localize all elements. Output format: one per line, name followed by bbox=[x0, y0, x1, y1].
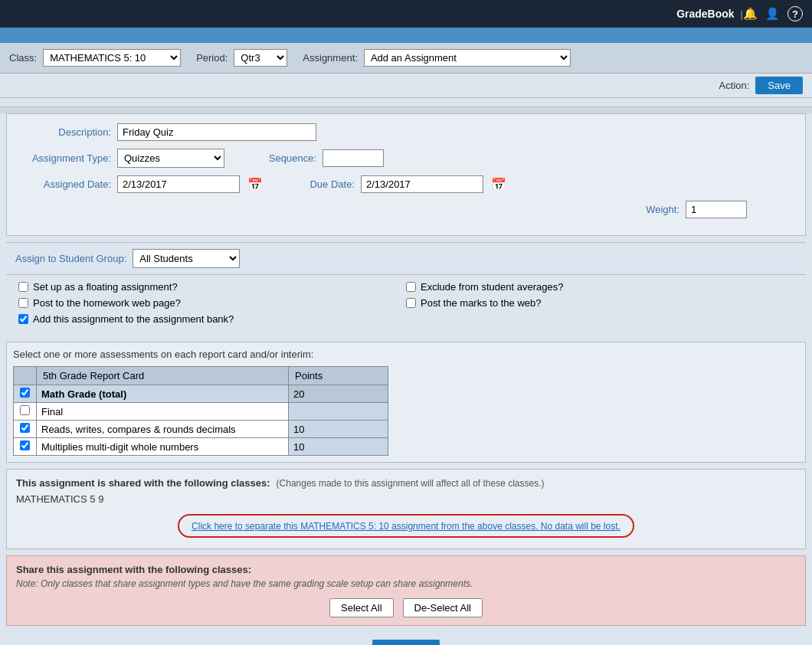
bottom-save-button[interactable]: Save bbox=[372, 640, 440, 645]
assigned-date-input[interactable] bbox=[117, 175, 240, 193]
weight-input[interactable] bbox=[686, 201, 747, 218]
checkbox-col-right: Exclude from student averages? Post the … bbox=[406, 281, 794, 329]
period-select[interactable]: Qtr3 Qtr1 Qtr2 Qtr4 bbox=[234, 49, 287, 67]
toolbar: Class: MATHEMATICS 5: 10 Period: Qtr3 Qt… bbox=[0, 43, 812, 74]
sequence-input[interactable] bbox=[323, 149, 384, 167]
assignment-type-label: Assignment Type: bbox=[19, 152, 111, 164]
report-card-col-header: 5th Grade Report Card bbox=[37, 367, 289, 385]
help-icon[interactable] bbox=[787, 6, 803, 21]
separate-link-box: Click here to separate this MATHEMATICS … bbox=[178, 514, 634, 538]
sequence-row: Sequence: bbox=[255, 149, 384, 168]
assessment-row-label: Multiplies multi-digit whole numbers bbox=[37, 438, 289, 456]
assign-group-label: Assign to Student Group: bbox=[15, 253, 126, 264]
weight-row: Weight: bbox=[19, 201, 793, 218]
assessment-table: 5th Grade Report Card Points Math Grade … bbox=[13, 366, 388, 456]
share-assignment-section: Share this assignment with the following… bbox=[6, 555, 806, 626]
separate-link-container: Click here to separate this MATHEMATICS … bbox=[16, 511, 796, 541]
description-input[interactable] bbox=[117, 123, 316, 141]
assessment-row-points-input[interactable] bbox=[293, 424, 383, 435]
share-title: Share this assignment with the following… bbox=[16, 564, 796, 575]
spacer-bar bbox=[0, 98, 812, 107]
period-label: Period: bbox=[196, 52, 228, 64]
bank-checkbox-row: Add this assignment to the assignment ba… bbox=[18, 313, 406, 325]
assessment-row-checkbox-cell bbox=[14, 403, 37, 421]
bell-icon[interactable] bbox=[743, 7, 758, 21]
shared-section: This assignment is shared with the follo… bbox=[6, 469, 806, 549]
assessment-row-label: Math Grade (total) bbox=[37, 385, 289, 403]
separate-link[interactable]: Click here to separate this MATHEMATICS … bbox=[192, 521, 620, 532]
assessment-table-row: Math Grade (total) bbox=[14, 385, 388, 403]
form-section: Description: Assignment Type: Quizzes Te… bbox=[6, 113, 806, 236]
assessment-row-points-input[interactable] bbox=[293, 406, 383, 417]
checkbox-col-header bbox=[14, 367, 37, 385]
homework-checkbox-row: Post to the homework web page? bbox=[18, 297, 406, 309]
weight-label: Weight: bbox=[618, 204, 679, 215]
assessment-table-row: Multiplies multi-digit whole numbers bbox=[14, 438, 388, 456]
assessment-row-checkbox-cell bbox=[14, 421, 37, 438]
assessment-row-points bbox=[289, 438, 388, 456]
assign-group-select[interactable]: All Students bbox=[133, 249, 240, 268]
assessment-row-checkbox[interactable] bbox=[20, 388, 30, 398]
deselect-all-button[interactable]: De-Select All bbox=[403, 598, 483, 617]
floating-label: Set up as a floating assignment? bbox=[33, 281, 178, 293]
nav-icons bbox=[743, 6, 803, 21]
exclude-label: Exclude from student averages? bbox=[421, 281, 563, 293]
due-date-label: Due Date: bbox=[293, 178, 355, 190]
type-and-sequence-row: Assignment Type: Quizzes Tests Homework … bbox=[19, 149, 793, 175]
due-date-input[interactable] bbox=[361, 175, 483, 193]
points-col-header: Points bbox=[289, 367, 388, 385]
action-row: Action: Save bbox=[0, 74, 812, 98]
bottom-save-container: Save bbox=[0, 632, 812, 645]
class-select[interactable]: MATHEMATICS 5: 10 bbox=[43, 49, 181, 67]
assignment-type-row: Assignment Type: Quizzes Tests Homework … bbox=[19, 149, 224, 168]
assessment-row-points bbox=[289, 403, 388, 421]
assign-group-row: Assign to Student Group: All Students bbox=[6, 242, 806, 275]
bank-checkbox[interactable] bbox=[18, 314, 28, 324]
post-marks-label: Post the marks to the web? bbox=[421, 297, 542, 309]
due-date-calendar-icon[interactable]: 📅 bbox=[491, 177, 506, 192]
assessment-table-row: Reads, writes, compares & rounds decimal… bbox=[14, 421, 388, 438]
assigned-date-calendar-icon[interactable]: 📅 bbox=[247, 177, 263, 192]
class-label: Class: bbox=[9, 52, 37, 64]
exclude-checkbox[interactable] bbox=[406, 282, 416, 292]
homework-label: Post to the homework web page? bbox=[33, 297, 181, 309]
shared-class-name: MATHEMATICS 5 9 bbox=[16, 493, 796, 505]
assignment-label: Assignment: bbox=[303, 52, 358, 64]
assessment-row-points-input[interactable] bbox=[293, 388, 383, 400]
sub-header-bar bbox=[0, 28, 812, 43]
assessment-row-points-input[interactable] bbox=[293, 441, 383, 453]
assignment-type-select[interactable]: Quizzes Tests Homework Projects bbox=[117, 149, 224, 168]
checkbox-section: Set up as a floating assignment? Post to… bbox=[6, 275, 806, 336]
assessment-row-points bbox=[289, 385, 388, 403]
homework-checkbox[interactable] bbox=[18, 298, 28, 308]
save-button[interactable]: Save bbox=[755, 77, 803, 94]
due-date-row: Due Date: 📅 bbox=[293, 175, 506, 193]
user-icon[interactable] bbox=[765, 7, 780, 21]
assessment-row-checkbox[interactable] bbox=[20, 405, 30, 415]
share-buttons: Select All De-Select All bbox=[16, 598, 796, 617]
brand-label: GradeBook bbox=[676, 8, 734, 20]
post-marks-checkbox[interactable] bbox=[406, 298, 416, 308]
assigned-date-row: Assigned Date: 📅 bbox=[19, 175, 263, 193]
checkbox-col-left: Set up as a floating assignment? Post to… bbox=[18, 281, 406, 329]
assessment-table-row: Final bbox=[14, 403, 388, 421]
assessment-row-label: Final bbox=[37, 403, 289, 421]
assessment-row-checkbox[interactable] bbox=[20, 440, 30, 450]
description-row: Description: bbox=[19, 123, 793, 141]
assigned-date-label: Assigned Date: bbox=[19, 178, 111, 190]
assessment-row-label: Reads, writes, compares & rounds decimal… bbox=[37, 421, 289, 438]
assessment-row-checkbox[interactable] bbox=[20, 423, 30, 433]
assignment-select[interactable]: Add an Assignment bbox=[364, 49, 571, 67]
sequence-label: Sequence: bbox=[255, 152, 316, 164]
select-all-button[interactable]: Select All bbox=[329, 598, 393, 617]
assessment-row-checkbox-cell bbox=[14, 438, 37, 456]
assessment-row-checkbox-cell bbox=[14, 385, 37, 403]
checkbox-columns: Set up as a floating assignment? Post to… bbox=[18, 281, 794, 329]
description-label: Description: bbox=[19, 126, 111, 138]
post-marks-checkbox-row: Post the marks to the web? bbox=[406, 297, 794, 309]
shared-title: This assignment is shared with the follo… bbox=[16, 477, 270, 489]
floating-checkbox-row: Set up as a floating assignment? bbox=[18, 281, 406, 293]
bank-label: Add this assignment to the assignment ba… bbox=[33, 313, 234, 325]
floating-checkbox[interactable] bbox=[18, 282, 28, 292]
shared-header: This assignment is shared with the follo… bbox=[16, 477, 796, 489]
